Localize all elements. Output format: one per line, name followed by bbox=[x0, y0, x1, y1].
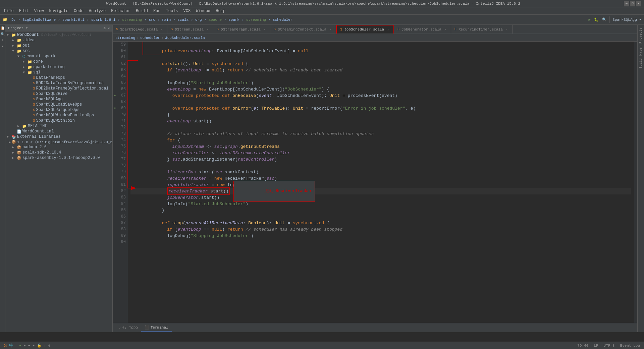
tab-terminal[interactable]: ⬛ Terminal bbox=[141, 324, 172, 332]
bc-jobscheduler[interactable]: JobScheduler.scala bbox=[165, 36, 205, 40]
menu-code[interactable]: Code bbox=[71, 8, 86, 14]
tab-close-sparksqlagg[interactable]: ✕ bbox=[160, 27, 164, 32]
tree-label: RDD2DataFrameByProgrammatica bbox=[36, 81, 104, 85]
maven-projects-label[interactable]: Maven Projects bbox=[639, 26, 643, 57]
tree-scala-sdk[interactable]: ▶ 📦 scala-sdk-2.10.4 bbox=[5, 150, 112, 155]
tree-rdd2df-refl[interactable]: S RDD2DataFrameByReflection.scal bbox=[5, 86, 112, 91]
activity-search[interactable]: 🔍 bbox=[0, 32, 5, 37]
linenum-66: 66 bbox=[115, 86, 126, 93]
linenum-76: 76 bbox=[115, 150, 126, 156]
toolbar-project-icon[interactable]: 📁 bbox=[1, 17, 9, 22]
tree-out[interactable]: ▶ 📁 out bbox=[5, 43, 112, 48]
linenum-87: 87 bbox=[115, 220, 126, 226]
menu-build[interactable]: Build bbox=[133, 8, 151, 14]
bc-scheduler[interactable]: scheduler bbox=[140, 36, 160, 40]
breadcrumbs: streaming › scheduler › JobScheduler.sca… bbox=[113, 34, 637, 42]
tab-jobgenerator[interactable]: S JobGenerator.scala ✕ bbox=[394, 25, 451, 34]
tree-metainf[interactable]: ▶ 📁 META-INF bbox=[5, 123, 112, 129]
tree-src[interactable]: ▼ 📁 src bbox=[5, 48, 112, 54]
menu-analyze[interactable]: Analyze bbox=[86, 8, 108, 14]
todo-label: 6: TODO bbox=[122, 326, 138, 330]
code-editor[interactable]: 59 60 61 62 63 64 65 66 67 ● 68 69 ● 70 … bbox=[113, 42, 637, 323]
tree-label: SparkSQLWithJoin bbox=[36, 118, 75, 123]
activity-star[interactable]: ★ bbox=[0, 44, 5, 49]
tree-sparksqlwithjoin[interactable]: S SparkSQLWithJoin bbox=[5, 118, 112, 123]
tab-dstreamgraph[interactable]: S DStreamGraph.scala ✕ bbox=[213, 25, 270, 34]
status-eventlog[interactable]: Event Log bbox=[619, 344, 641, 348]
tab-close-streamingcontext[interactable]: ✕ bbox=[328, 27, 332, 32]
tree-spark-assembly[interactable]: ▶ 📦 spark-assembly-1.6.1-hadoop2.6.0 bbox=[5, 155, 112, 161]
tree-label: sql bbox=[33, 70, 41, 75]
linenum-72: 72 bbox=[115, 124, 126, 131]
maximize-button[interactable]: □ bbox=[630, 1, 635, 6]
menu-help[interactable]: Help bbox=[213, 8, 228, 14]
terminal-icon: ⬛ bbox=[145, 325, 149, 330]
menu-file[interactable]: File bbox=[1, 8, 16, 14]
project-settings-icon[interactable]: ⚙ ✕ bbox=[104, 26, 110, 30]
tree-label: src bbox=[22, 49, 30, 53]
linenum-65: 65 bbox=[115, 80, 126, 86]
menu-navigate[interactable]: Navigate bbox=[46, 8, 71, 14]
menu-run[interactable]: Run bbox=[151, 8, 163, 14]
tab-streamingcontext[interactable]: S StreamingContext.scala ✕ bbox=[270, 25, 336, 34]
tab-jobscheduler[interactable]: S JobScheduler.scala ✕ bbox=[336, 25, 394, 34]
bc-streaming[interactable]: streaming bbox=[115, 36, 135, 40]
tab-dstream[interactable]: S DStream.scala ✕ bbox=[167, 25, 213, 34]
toolbar-search-btn[interactable]: 🔍 bbox=[601, 17, 608, 22]
menu-tools[interactable]: Tools bbox=[163, 8, 181, 14]
menu-vcs[interactable]: VCS bbox=[181, 8, 194, 14]
menu-refactor[interactable]: Refactor bbox=[108, 8, 133, 14]
tree-label: RDD2DataFrameByReflection.scal bbox=[36, 86, 109, 91]
tab-close-dstreamgraph[interactable]: ✕ bbox=[263, 27, 267, 32]
tree-dataframeops[interactable]: S DataFrameOps bbox=[5, 75, 112, 80]
code-line-69: override protected def onError(e: Throwa… bbox=[130, 105, 631, 112]
tree-sparksql2hive[interactable]: S SparkSQL2Hive bbox=[5, 91, 112, 97]
tree-sql[interactable]: ▼ 📁 sql bbox=[5, 70, 112, 75]
tree-rdd2df-prog[interactable]: S RDD2DataFrameByProgrammatica bbox=[5, 80, 112, 86]
activity-bar: 📋 🔍 ↕ ★ bbox=[0, 25, 5, 332]
tab-close-dstream[interactable]: ✕ bbox=[206, 27, 210, 32]
code-line-64 bbox=[130, 73, 631, 80]
close-button[interactable]: ✕ bbox=[636, 1, 641, 6]
tree-sparksqlwindow[interactable]: S SparkSQLWindowFuntionOps bbox=[5, 113, 112, 118]
minimize-button[interactable]: — bbox=[624, 1, 629, 6]
tree-core[interactable]: ▶ 📁 core bbox=[5, 59, 112, 64]
linenum-85: 85 bbox=[115, 207, 126, 214]
code-content[interactable]: private var eventLoop: EventLoop[JobSche… bbox=[128, 42, 634, 323]
linenum-86: 86 bbox=[115, 214, 126, 220]
bottom-panel: ✓ 6: TODO ⬛ Terminal bbox=[113, 323, 637, 332]
tab-close-jobscheduler[interactable]: ✕ bbox=[386, 27, 390, 32]
tab-todo[interactable]: ✓ 6: TODO bbox=[115, 324, 141, 331]
status-bar: S 中 ● ● ● ● 🔒 ↑ ⚙ 79:40 LF UTF-8 Event L… bbox=[0, 342, 644, 349]
tab-sparksqlagg[interactable]: S SparkSQLAgg.scala ✕ bbox=[113, 25, 167, 34]
tree-external-libs[interactable]: ▼ 📚 External Libraries bbox=[5, 134, 112, 139]
tree-idea[interactable]: ▶ 📁 .idea bbox=[5, 38, 112, 43]
activity-project[interactable]: 📋 bbox=[0, 26, 5, 31]
tree-hadoop[interactable]: ▶ 📦 hadoop-2.6 bbox=[5, 144, 112, 150]
menu-view[interactable]: View bbox=[32, 8, 47, 14]
menu-window[interactable]: Window bbox=[193, 8, 213, 14]
tab-close-jobgenerator[interactable]: ✕ bbox=[443, 27, 447, 32]
linenum-69: 69 ● bbox=[115, 105, 126, 112]
tree-label: External Libraries bbox=[17, 134, 61, 139]
tree-com-dt-spark[interactable]: ▼ ⬡ com.dt.spark bbox=[5, 54, 112, 59]
tab-close-recurringtimer[interactable]: ✕ bbox=[505, 27, 509, 32]
tree-sparksteaming[interactable]: ▶ 📁 sparksteaming bbox=[5, 64, 112, 70]
linenum-80: 80 bbox=[115, 175, 126, 182]
tree-sparksqlloadsave[interactable]: S SparkSQLLoadSaveOps bbox=[5, 102, 112, 107]
activity-vcs[interactable]: ↕ bbox=[0, 38, 5, 43]
project-panel: Project ▾ ⚙ ✕ ▼ 📁 WordCount D:\IdeaProje… bbox=[5, 25, 113, 332]
right-scroll-gutter[interactable] bbox=[634, 42, 637, 323]
toolbar-run-btn[interactable]: ▶ bbox=[587, 17, 592, 22]
project-header: Project ▾ ⚙ ✕ bbox=[5, 25, 112, 32]
tree-sparksqlparquet[interactable]: S SparkSQLParquetOps bbox=[5, 107, 112, 113]
tree-sparksqlagg[interactable]: S SparkSQLAgg bbox=[5, 97, 112, 102]
tree-jdk[interactable]: ▶ 📦 < 1.8 > (D:\BigDataSoftware\Java\jdk… bbox=[5, 139, 112, 144]
menu-edit[interactable]: Edit bbox=[16, 8, 32, 14]
tab-recurringtimer[interactable]: S RecurringTimer.scala ✕ bbox=[451, 25, 513, 34]
tree-wordcount[interactable]: ▼ 📁 WordCount D:\IdeaProjects\WordCount bbox=[5, 32, 112, 38]
build-label[interactable]: Build bbox=[639, 57, 643, 70]
tree-wordcount-iml[interactable]: 📄 WordCount.iml bbox=[5, 129, 112, 134]
linenum-68: 68 bbox=[115, 99, 126, 105]
toolbar-debug-btn[interactable]: 🐛 bbox=[593, 17, 600, 22]
